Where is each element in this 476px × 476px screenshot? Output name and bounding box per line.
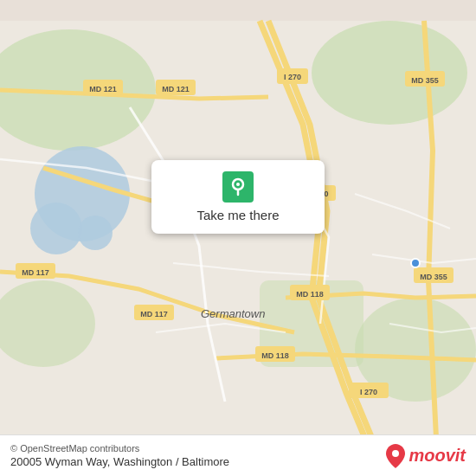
svg-point-35 [392, 450, 399, 457]
svg-text:MD 118: MD 118 [296, 290, 324, 299]
map-container: MD 121 MD 121 I 270 270 MD 355 MD 355 MD… [0, 0, 476, 476]
location-pin-icon [222, 171, 254, 203]
take-me-there-button[interactable]: Take me there [196, 208, 279, 222]
svg-text:MD 117: MD 117 [22, 268, 49, 277]
svg-point-7 [30, 203, 82, 254]
address-text: 20005 Wyman Way, Washington / Baltimore [10, 455, 229, 468]
moovit-name: moovit [408, 446, 466, 466]
svg-text:MD 121: MD 121 [162, 85, 190, 93]
moovit-logo: moovit [386, 444, 466, 468]
svg-text:MD 355: MD 355 [411, 76, 439, 85]
svg-text:MD 118: MD 118 [261, 351, 289, 360]
svg-rect-32 [222, 171, 254, 203]
svg-point-8 [78, 215, 113, 250]
moovit-marker-icon [386, 444, 405, 468]
svg-text:MD 121: MD 121 [89, 85, 117, 93]
svg-text:MD 355: MD 355 [420, 273, 447, 281]
svg-text:I 270: I 270 [360, 388, 377, 396]
svg-text:I 270: I 270 [284, 73, 301, 81]
svg-point-31 [411, 259, 420, 267]
take-me-there-card[interactable]: Take me there [151, 160, 325, 234]
bottom-bar: © OpenStreetMap contributors 20005 Wyman… [0, 434, 476, 476]
map-background: MD 121 MD 121 I 270 270 MD 355 MD 355 MD… [0, 0, 476, 476]
copyright-text: © OpenStreetMap contributors [10, 443, 229, 453]
svg-point-34 [236, 183, 240, 186]
germantown-label: Germantown [201, 307, 265, 320]
svg-text:MD 117: MD 117 [140, 310, 168, 318]
